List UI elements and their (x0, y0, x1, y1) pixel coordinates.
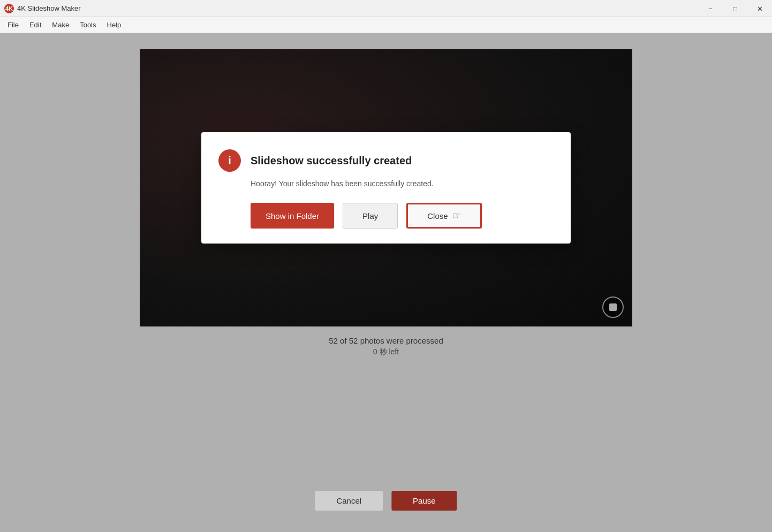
window-controls: − □ ✕ (698, 0, 772, 17)
menu-bar: File Edit Make Tools Help (0, 17, 772, 33)
status-line2: 0 秒 left (329, 347, 443, 357)
close-window-button[interactable]: ✕ (747, 0, 772, 17)
dialog-overlay: i Slideshow successfully created Hooray!… (140, 49, 632, 326)
menu-tools[interactable]: Tools (74, 19, 101, 31)
stop-icon (609, 303, 617, 311)
dialog-message: Hooray! Your slideshow has been successf… (251, 179, 554, 188)
minimize-button[interactable]: − (698, 0, 723, 17)
video-preview: i Slideshow successfully created Hooray!… (140, 49, 632, 326)
app-title: 4K Slideshow Maker (17, 4, 768, 12)
show-folder-button[interactable]: Show in Folder (251, 203, 334, 229)
success-dialog: i Slideshow successfully created Hooray!… (201, 132, 571, 244)
info-icon: i (218, 149, 241, 172)
stop-button[interactable] (602, 297, 624, 318)
cancel-button[interactable]: Cancel (315, 491, 383, 511)
dialog-title: Slideshow successfully created (251, 155, 412, 167)
close-dialog-button[interactable]: Close ☞ (406, 203, 482, 229)
app-icon: 4K (4, 4, 14, 13)
bottom-controls: Cancel Pause (315, 491, 457, 511)
pause-button[interactable]: Pause (391, 491, 457, 511)
title-bar: 4K 4K Slideshow Maker − □ ✕ (0, 0, 772, 17)
dialog-header: i Slideshow successfully created (218, 149, 554, 172)
menu-help[interactable]: Help (102, 19, 127, 31)
maximize-button[interactable]: □ (723, 0, 747, 17)
menu-make[interactable]: Make (47, 19, 74, 31)
status-area: 52 of 52 photos were processed 0 秒 left (329, 336, 443, 357)
main-area: i Slideshow successfully created Hooray!… (0, 33, 772, 532)
menu-edit[interactable]: Edit (24, 19, 47, 31)
dialog-buttons: Show in Folder Play Close ☞ (251, 203, 554, 229)
play-button[interactable]: Play (343, 203, 398, 229)
status-line1: 52 of 52 photos were processed (329, 336, 443, 345)
menu-file[interactable]: File (2, 19, 24, 31)
cursor-icon: ☞ (452, 210, 461, 222)
